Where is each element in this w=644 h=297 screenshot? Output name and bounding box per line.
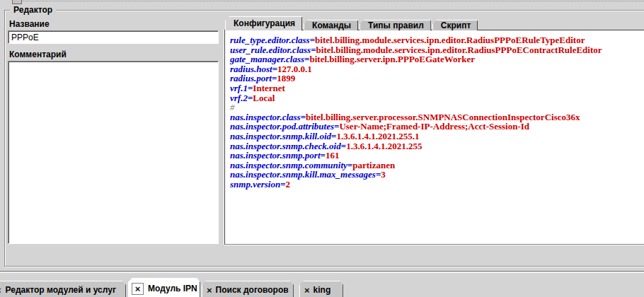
- config-key: snmp.version: [230, 179, 280, 190]
- config-line: gate_manager.class=bitel.billing.server.…: [230, 54, 644, 64]
- tab-commands[interactable]: Команды: [304, 20, 358, 30]
- config-value: 1.3.6.1.4.1.2021.255: [346, 141, 422, 151]
- config-line: nas.inspector.snmp.port=161: [230, 151, 644, 161]
- comment-label: Комментарий: [9, 50, 67, 59]
- config-line: vrf.2=Local: [230, 93, 644, 103]
- config-value: 2: [286, 179, 291, 190]
- config-line: snmp.version=2: [230, 180, 644, 190]
- bottom-tab-module-editor[interactable]: ×Редактор модулей и услуг: [0, 281, 126, 297]
- bottom-tab-king[interactable]: ×king: [299, 281, 343, 297]
- config-value: 3: [381, 169, 386, 180]
- name-input[interactable]: [8, 30, 219, 44]
- comment-textarea[interactable]: [8, 61, 219, 244]
- tab-configuration[interactable]: Конфигурация: [225, 16, 302, 30]
- config-line: nas.inspector.snmp.check.oid=1.3.6.1.4.1…: [230, 141, 644, 151]
- tab-rule-types[interactable]: Типы правил: [360, 20, 431, 30]
- config-editor-area[interactable]: rule_type.editor.class=bitel.billing.mod…: [225, 30, 644, 190]
- bottom-tab-label: Модуль IPN: [148, 284, 197, 293]
- config-line: rule_type.editor.class=bitel.billing.mod…: [230, 35, 644, 45]
- close-icon[interactable]: ×: [207, 286, 212, 295]
- bottom-tab-module-ipn[interactable]: ×Модуль IPN: [128, 278, 200, 297]
- config-line: nas.inspector.snmp.kill.oid=1.3.6.1.4.1.…: [230, 132, 644, 141]
- config-line: vrf.1=Internet: [230, 83, 644, 93]
- configuration-panel: rule_type.editor.class=bitel.billing.mod…: [224, 30, 644, 245]
- close-icon[interactable]: ×: [304, 286, 310, 295]
- config-line: #: [230, 103, 644, 112]
- config-line: radius.port=1899: [230, 74, 644, 83]
- config-tab-bar: КонфигурацияКомандыТипы правилСкрипт: [225, 17, 478, 30]
- clipped-window-fragment: [12, 0, 22, 4]
- config-line: nas.inspector.snmp.kill.max_messages=3: [230, 170, 644, 180]
- ipn-module-editor-window: { "editor_group": { "title": "Редактор",…: [0, 0, 644, 297]
- bottom-tab-label: king: [314, 285, 331, 295]
- name-label: Название: [9, 19, 50, 29]
- config-equals: =: [280, 179, 285, 190]
- editor-group-title: Редактор: [10, 5, 56, 15]
- bottom-tab-contract-search[interactable]: ×Поиск договоров: [202, 281, 294, 297]
- bottom-separator: [0, 271, 644, 273]
- config-line: radius.host=127.0.0.1: [230, 64, 644, 74]
- close-icon[interactable]: ×: [0, 286, 1, 295]
- config-line: user_rule.editor.class=bitel.billing.mod…: [230, 45, 644, 55]
- config-value: Local: [253, 93, 275, 103]
- config-line: nas.inspector.class=bitel.billing.server…: [230, 112, 644, 122]
- bottom-tab-label: Поиск договоров: [216, 285, 289, 295]
- config-line: nas.inspector.pod.attributes=User-Name;F…: [230, 122, 644, 132]
- config-value: bitel.billing.server.ipn.PPPoEGateWorker: [310, 54, 476, 64]
- bottom-tab-label: Редактор модулей и услуг: [6, 285, 116, 295]
- tab-script[interactable]: Скрипт: [432, 20, 478, 30]
- close-icon[interactable]: ×: [132, 283, 144, 295]
- focus-dotted-line: [22, 1, 644, 1]
- config-line: nas.inspector.snmp.community=partizanen: [230, 161, 644, 170]
